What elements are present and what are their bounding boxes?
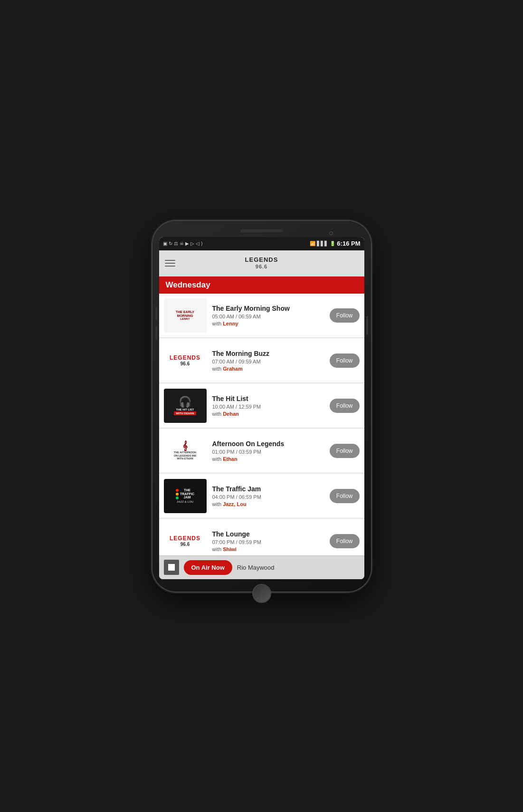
app-logo: LEGENDS 96.6 (245, 256, 278, 270)
phone-bottom (159, 584, 364, 603)
light-red (176, 489, 179, 492)
music-note-icon: 𝄞 (182, 441, 188, 451)
show-host-afternoon: with Ethan (212, 456, 326, 462)
host-name-buzz: Graham (223, 366, 243, 372)
phone-device: ▣ ↻ ⚖ ☠ ▶ ▷ ◁ ⟩ 📶 ▋▋▋ 🔋 6:16 PM (152, 221, 371, 592)
status-time: 6:16 PM (337, 240, 360, 247)
signal-icon: ▋▋▋ (317, 241, 328, 246)
show-title-early-morning: The Early Morning Show (212, 305, 326, 312)
show-thumb-traffic-jam: THETRAFFICJAM JAZZ & LOU (164, 479, 207, 513)
show-title-hit-list: The Hit List (212, 395, 326, 402)
thumb-hitlist-host: WITH DEHAN (174, 411, 196, 415)
traffic-lights (176, 489, 179, 499)
thumb-traffic-text: THETRAFFICJAM (180, 488, 194, 499)
host-name-afternoon: Ethan (223, 456, 238, 462)
home-button[interactable] (252, 584, 271, 603)
show-item-traffic-jam: THETRAFFICJAM JAZZ & LOU The Traffic Jam… (159, 474, 364, 518)
show-info-traffic-jam: The Traffic Jam 04:00 PM / 06:59 PM with… (212, 485, 326, 507)
show-info-hit-list: The Hit List 10:00 AM / 12:59 PM with De… (212, 395, 326, 417)
show-info-early-morning: The Early Morning Show 05:00 AM / 06:59 … (212, 305, 326, 326)
show-thumb-hit-list: 🎧 THE HIT LIST WITH DEHAN (164, 389, 207, 423)
thumb-logo-sub: 96.6 (181, 361, 190, 366)
show-info-afternoon: Afternoon On Legends 01:00 PM / 03:59 PM… (212, 440, 326, 462)
host-prefix-buzz: with (212, 366, 223, 372)
notif-icon-5: ▶ (185, 241, 189, 246)
menu-line-2 (165, 263, 175, 264)
menu-line-1 (165, 260, 175, 261)
host-name-traffic: Jazz, Lou (223, 501, 247, 507)
show-time-morning-buzz: 07:00 AM / 09:59 AM (212, 359, 326, 364)
notif-icon-1: ▣ (163, 241, 167, 246)
show-thumb-lounge: LEGENDS 96.6 (164, 524, 207, 555)
host-name-early: Lenny (223, 321, 238, 326)
power-button[interactable] (366, 316, 368, 335)
notif-icon-2: ↻ (169, 241, 172, 246)
phone-screen: ▣ ↻ ⚖ ☠ ▶ ▷ ◁ ⟩ 📶 ▋▋▋ 🔋 6:16 PM (159, 237, 364, 579)
show-time-afternoon: 01:00 PM / 03:59 PM (212, 449, 326, 455)
day-header: Wednesday (159, 277, 364, 294)
follow-button-afternoon[interactable]: Follow (330, 444, 360, 458)
schedule-list[interactable]: THE EARLYMORNING LENNY The Early Morning… (159, 294, 364, 555)
show-host-hit-list: with Dehan (212, 411, 326, 417)
bottom-bar: On Air Now Rio Maywood (159, 555, 364, 579)
stop-icon (168, 564, 175, 571)
host-name-hitlist: Dehan (223, 411, 239, 417)
follow-button-traffic-jam[interactable]: Follow (330, 489, 360, 503)
show-host-traffic-jam: with Jazz, Lou (212, 501, 326, 507)
logo-name: LEGENDS (245, 256, 278, 264)
show-thumb-morning-buzz: LEGENDS 96.6 (164, 344, 207, 378)
show-title-traffic-jam: The Traffic Jam (212, 485, 326, 493)
show-title-lounge: The Lounge (212, 530, 326, 538)
traffic-row: THETRAFFICJAM (176, 488, 194, 499)
show-item-lounge: LEGENDS 96.6 The Lounge 07:00 PM / 09:59… (159, 519, 364, 555)
thumb-text-early: THE EARLYMORNING (176, 310, 194, 317)
show-item-hit-list: 🎧 THE HIT LIST WITH DEHAN The Hit List 1… (159, 384, 364, 428)
show-title-afternoon: Afternoon On Legends (212, 440, 326, 448)
show-host-morning-buzz: with Graham (212, 366, 326, 372)
show-host-lounge: with Shiwi (212, 546, 326, 552)
menu-line-3 (165, 266, 175, 267)
show-title-morning-buzz: The Morning Buzz (212, 350, 326, 357)
speaker-grille (240, 229, 283, 232)
light-yellow (176, 493, 179, 496)
show-item-afternoon: 𝄞 THE AFTERNOONON LEGENDS 966WITH ETHAN … (159, 429, 364, 473)
day-label: Wednesday (166, 280, 210, 289)
system-icons: 📶 ▋▋▋ 🔋 6:16 PM (310, 240, 360, 247)
host-prefix-traffic: with (212, 501, 223, 507)
phone-top (159, 229, 364, 232)
app-header: LEGENDS 96.6 (159, 250, 364, 277)
follow-button-early-morning[interactable]: Follow (330, 308, 360, 323)
host-name-lounge: Shiwi (223, 546, 237, 552)
show-item-morning-buzz: LEGENDS 96.6 The Morning Buzz 07:00 AM /… (159, 339, 364, 383)
host-prefix-afternoon: with (212, 456, 223, 462)
show-host-early-morning: with Lenny (212, 321, 326, 326)
stop-button[interactable] (164, 560, 179, 575)
show-item-early-morning: THE EARLYMORNING LENNY The Early Morning… (159, 294, 364, 338)
notif-icon-7: ◁ (196, 241, 200, 246)
show-time-early-morning: 05:00 AM / 06:59 AM (212, 314, 326, 319)
thumb-traffic-hosts: JAZZ & LOU (177, 500, 193, 503)
headphones-icon: 🎧 (179, 396, 191, 408)
volume-up-button[interactable] (155, 306, 157, 321)
thumb-logo-title-lounge: LEGENDS (170, 535, 200, 542)
thumb-logo-sub-lounge: 96.6 (181, 542, 190, 547)
notif-icon-6: ▷ (190, 241, 194, 246)
follow-button-hit-list[interactable]: Follow (330, 399, 360, 413)
thumb-afternoon-text: THE AFTERNOONON LEGENDS 966WITH ETHAN (174, 451, 196, 460)
host-prefix-early: with (212, 321, 223, 326)
show-info-morning-buzz: The Morning Buzz 07:00 AM / 09:59 AM wit… (212, 350, 326, 372)
wifi-icon: 📶 (310, 241, 315, 246)
thumb-logo-title: LEGENDS (170, 354, 200, 361)
notif-icon-8: ⟩ (201, 241, 203, 246)
volume-down-button[interactable] (155, 325, 157, 340)
show-time-lounge: 07:00 PM / 09:59 PM (212, 539, 326, 545)
show-time-hit-list: 10:00 AM / 12:59 PM (212, 404, 326, 410)
battery-icon: 🔋 (330, 241, 335, 246)
notification-icons: ▣ ↻ ⚖ ☠ ▶ ▷ ◁ ⟩ (163, 241, 203, 246)
follow-button-morning-buzz[interactable]: Follow (330, 353, 360, 368)
hamburger-menu[interactable] (165, 260, 175, 267)
host-prefix-lounge: with (212, 546, 223, 552)
show-thumb-afternoon: 𝄞 THE AFTERNOONON LEGENDS 966WITH ETHAN (164, 434, 207, 468)
follow-button-lounge[interactable]: Follow (330, 534, 360, 548)
on-air-now-button[interactable]: On Air Now (184, 560, 232, 575)
